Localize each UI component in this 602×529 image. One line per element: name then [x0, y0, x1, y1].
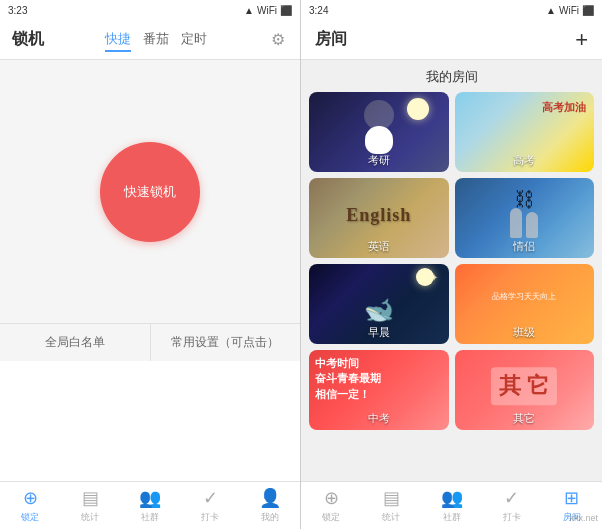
left-nav-community[interactable]: 👥 社群 [120, 482, 180, 529]
cat-figure [365, 126, 393, 154]
room-label-banji: 班级 [455, 325, 595, 340]
gear-icon[interactable]: ⚙ [268, 30, 288, 50]
room-label-kaoyuan: 考研 [309, 153, 449, 168]
rooms-grid-container: 考研 高考加油 高考 English 英语 ⛓ [301, 92, 602, 481]
stats-nav-label: 统计 [81, 511, 99, 524]
right-community-icon: 👥 [441, 487, 463, 509]
left-tab-bar: 快捷 番茄 定时 [105, 28, 207, 52]
watermark: kkx.net [569, 513, 598, 523]
qita-text-decoration: 其 它 [491, 367, 557, 405]
rooms-grid: 考研 高考加油 高考 English 英语 ⛓ [309, 92, 594, 430]
left-nav-lock[interactable]: ⊕ 锁定 [0, 482, 60, 529]
left-time: 3:23 [8, 5, 27, 16]
left-content: 快速锁机 [0, 60, 300, 323]
lock-circle-label: 快速锁机 [124, 183, 176, 201]
room-card-kaoyuan[interactable]: 考研 [309, 92, 449, 172]
left-status-icons: ▲ WiFi ⬛ [244, 5, 292, 16]
left-header: 锁机 快捷 番茄 定时 ⚙ [0, 20, 300, 60]
lock-nav-icon: ⊕ [23, 487, 38, 509]
room-card-english[interactable]: English 英语 [309, 178, 449, 258]
right-community-label: 社群 [443, 511, 461, 524]
whitelist-area [0, 361, 300, 481]
common-settings-button[interactable]: 常用设置（可点击） [151, 324, 301, 361]
people-decoration [510, 208, 538, 238]
left-bottom-bar: 全局白名单 常用设置（可点击） [0, 323, 300, 361]
right-stats-icon: ▤ [383, 487, 400, 509]
person2 [526, 212, 538, 238]
right-panel: 3:24 ▲ WiFi ⬛ 房间 + 我的房间 考研 [301, 0, 602, 529]
right-title: 房间 [315, 29, 347, 50]
right-time: 3:24 [309, 5, 328, 16]
whale-decoration: 🐋 [364, 296, 394, 324]
checkin-nav-label: 打卡 [201, 511, 219, 524]
right-status-icons: ▲ WiFi ⬛ [546, 5, 594, 16]
profile-nav-label: 我的 [261, 511, 279, 524]
left-nav-checkin[interactable]: ✓ 打卡 [180, 482, 240, 529]
left-bottom-nav: ⊕ 锁定 ▤ 统计 👥 社群 ✓ 打卡 👤 我的 [0, 481, 300, 529]
left-nav-stats[interactable]: ▤ 统计 [60, 482, 120, 529]
person1 [510, 208, 522, 238]
lock-circle-button[interactable]: 快速锁机 [100, 142, 200, 242]
room-card-qinglv[interactable]: ⛓ 情侣 [455, 178, 595, 258]
my-rooms-label: 我的房间 [301, 60, 602, 92]
right-checkin-icon: ✓ [504, 487, 519, 509]
right-status-bar: 3:24 ▲ WiFi ⬛ [301, 0, 602, 20]
whitelist-button[interactable]: 全局白名单 [0, 324, 151, 361]
room-label-zhongkao: 中考 [309, 411, 449, 426]
lock-nav-label: 锁定 [21, 511, 39, 524]
banji-icons-decoration: 品格学习天天向上 [455, 268, 595, 326]
room-label-qita: 其它 [455, 411, 595, 426]
right-nav-checkin[interactable]: ✓ 打卡 [482, 482, 542, 529]
right-checkin-label: 打卡 [503, 511, 521, 524]
left-title: 锁机 [12, 29, 44, 50]
gaokao-text-decor: 高考加油 [542, 100, 586, 114]
right-rooms-icon: ⊞ [564, 487, 579, 509]
checkin-nav-icon: ✓ [203, 487, 218, 509]
community-nav-icon: 👥 [139, 487, 161, 509]
right-header: 房间 + [301, 20, 602, 60]
stats-nav-icon: ▤ [82, 487, 99, 509]
tab-timer[interactable]: 定时 [181, 28, 207, 52]
room-label-gaokao: 高考 [455, 153, 595, 168]
left-status-bar: 3:23 ▲ WiFi ⬛ [0, 0, 300, 20]
tab-tomato[interactable]: 番茄 [143, 28, 169, 52]
right-nav-lock[interactable]: ⊕ 锁定 [301, 482, 361, 529]
right-bottom-nav: ⊕ 锁定 ▤ 统计 👥 社群 ✓ 打卡 ⊞ 房间 [301, 481, 602, 529]
zhongkao-text-decoration: 中考时间奋斗青春最期相信一定！ [315, 356, 443, 402]
room-card-banji[interactable]: 品格学习天天向上 班级 [455, 264, 595, 344]
community-nav-label: 社群 [141, 511, 159, 524]
profile-nav-icon: 👤 [259, 487, 281, 509]
english-text-decoration: English [346, 205, 411, 226]
room-card-qita[interactable]: 其 它 其它 [455, 350, 595, 430]
room-card-zaochen[interactable]: ✦ ✦ 🐋 早晨 [309, 264, 449, 344]
room-label-qinglv: 情侣 [455, 239, 595, 254]
room-card-gaokao[interactable]: 高考加油 高考 [455, 92, 595, 172]
right-lock-label: 锁定 [322, 511, 340, 524]
stars-decoration: ✦ ✦ [420, 272, 439, 283]
add-room-button[interactable]: + [575, 29, 588, 51]
tab-quick[interactable]: 快捷 [105, 28, 131, 52]
right-nav-community[interactable]: 👥 社群 [421, 482, 481, 529]
room-label-zaochen: 早晨 [309, 325, 449, 340]
right-nav-stats[interactable]: ▤ 统计 [361, 482, 421, 529]
right-stats-label: 统计 [382, 511, 400, 524]
room-card-zhongkao[interactable]: 中考时间奋斗青春最期相信一定！ 中考 [309, 350, 449, 430]
right-lock-icon: ⊕ [324, 487, 339, 509]
left-nav-profile[interactable]: 👤 我的 [240, 482, 300, 529]
left-panel: 3:23 ▲ WiFi ⬛ 锁机 快捷 番茄 定时 ⚙ 快速锁机 全局白 [0, 0, 301, 529]
room-label-english: 英语 [309, 239, 449, 254]
moon-decoration [407, 98, 429, 120]
